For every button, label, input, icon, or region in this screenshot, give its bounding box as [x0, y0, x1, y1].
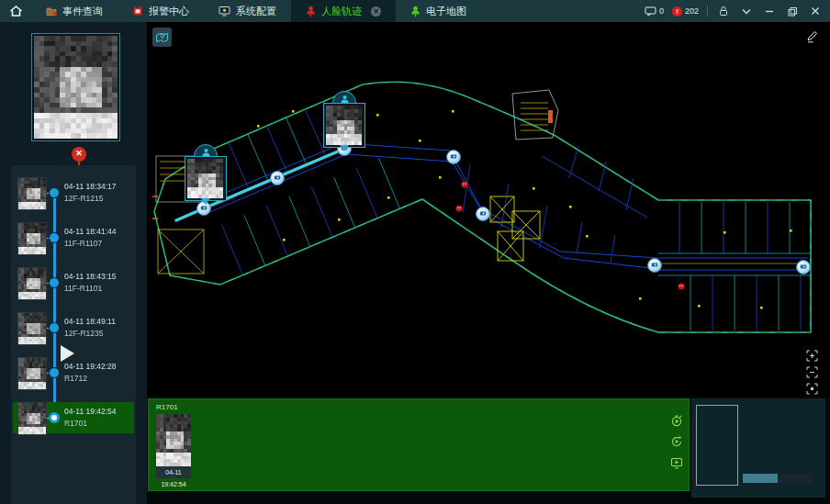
timeline-time: 04-11 18:34:17: [64, 182, 117, 191]
tab-label: 事件查询: [62, 5, 103, 18]
lock-icon[interactable]: [716, 4, 731, 18]
event-thumbnail[interactable]: 04-11 19:42:54: [156, 414, 191, 478]
map-face-popup[interactable]: [185, 156, 227, 201]
tab-0[interactable]: 事件查询: [31, 0, 118, 22]
timeline-node[interactable]: [49, 187, 60, 198]
edit-pencil-icon[interactable]: [805, 29, 819, 43]
map-layers-button[interactable]: [152, 28, 172, 47]
timeline-time: 04-11 19:42:54: [64, 407, 117, 416]
timed-play-icon[interactable]: [670, 414, 683, 427]
timeline-time: 04-11 18:49:11: [64, 317, 116, 326]
tab-label: 报警中心: [149, 5, 189, 18]
window-controls: 0 ! 202: [645, 4, 830, 18]
popup-pointer: [201, 198, 210, 209]
event-detail-panel: R1701 04-11 19:42:54: [148, 398, 690, 491]
timeline-location: R1712: [64, 374, 87, 383]
timeline-node[interactable]: [49, 367, 60, 378]
map-pin-icon: [155, 30, 169, 44]
divider: [707, 6, 708, 17]
timeline-time: 04-11 19:42:28: [64, 362, 117, 371]
zoom-in-button[interactable]: [805, 349, 819, 363]
stairwell-top: [512, 90, 558, 140]
monitor-icon: [219, 6, 230, 17]
camera-marker[interactable]: [271, 172, 285, 185]
message-icon: [645, 6, 656, 17]
progress-fill: [743, 474, 778, 483]
timeline-location: R1701: [64, 419, 87, 428]
timeline-thumbnail[interactable]: [17, 222, 47, 255]
playback-tools: [670, 414, 683, 469]
tab-1[interactable]: 报警中心: [118, 0, 204, 22]
alarm-mask-icon[interactable]: [678, 283, 684, 289]
timeline-time: 04-11 18:41:44: [64, 227, 117, 236]
camera-marker[interactable]: [477, 207, 490, 221]
app-window: 事件查询报警中心系统配置人脸轨迹✕电子地图 0 ! 202: [0, 0, 830, 504]
tab-4[interactable]: 电子地图: [396, 0, 481, 22]
person-pin-green-icon: [410, 6, 421, 17]
event-time-chip: 04-11 19:42:54: [156, 466, 191, 478]
preview-placeholder: [696, 405, 738, 486]
timeline-location: 12F-R1215: [64, 194, 104, 203]
timeline-location: 11F-R1101: [64, 284, 102, 293]
replay-icon[interactable]: [670, 435, 683, 448]
trajectory-timeline: 04-11 18:34:1712F-R121504-11 18:41:4411F…: [11, 165, 136, 504]
timeline-thumbnail[interactable]: [17, 402, 47, 435]
message-count: 0: [659, 6, 664, 16]
person-pin-red-icon: [306, 6, 316, 17]
tab-label: 电子地图: [426, 5, 466, 18]
preview-panel: [691, 398, 825, 498]
camera-marker[interactable]: [648, 259, 662, 273]
popup-pointer: [340, 145, 349, 156]
timeline-location: 12F-R1235: [64, 329, 104, 338]
video-play-icon[interactable]: [670, 456, 683, 469]
sidebar: ✕ 04-11 18:34:1712F-R121504-11 18:41:441…: [0, 22, 147, 504]
zoom-out-button[interactable]: [805, 365, 819, 379]
timeline-line: [53, 193, 56, 418]
tab-3[interactable]: 人脸轨迹✕: [291, 0, 396, 22]
timeline-thumbnail[interactable]: [17, 357, 47, 390]
chevron-down-icon[interactable]: [739, 4, 754, 18]
alarm-icon: [132, 6, 143, 17]
tab-label: 人脸轨迹: [321, 5, 362, 18]
map-area[interactable]: [147, 22, 830, 397]
timeline-node[interactable]: [49, 277, 60, 288]
timeline-location: 11F-R1107: [64, 239, 102, 248]
timeline-time: 04-11 18:43:15: [64, 272, 117, 281]
top-bar: 事件查询报警中心系统配置人脸轨迹✕电子地图 0 ! 202: [0, 0, 830, 22]
timeline-thumbnail[interactable]: [17, 312, 47, 345]
close-button[interactable]: [808, 4, 823, 18]
tab-2[interactable]: 系统配置: [204, 0, 291, 22]
home-icon: [9, 5, 23, 17]
tab-close-icon[interactable]: ✕: [371, 6, 381, 17]
floor-plan[interactable]: [147, 22, 830, 397]
alert-counter[interactable]: ! 202: [672, 6, 699, 17]
minimize-button[interactable]: [762, 4, 777, 18]
tab-label: 系统配置: [236, 5, 276, 18]
message-counter[interactable]: 0: [645, 6, 664, 17]
timeline-thumbnail[interactable]: [17, 177, 47, 210]
tab-bar: 事件查询报警中心系统配置人脸轨迹✕电子地图: [31, 0, 481, 22]
timeline-thumbnail[interactable]: [17, 267, 47, 300]
alarm-mask-icon[interactable]: [455, 205, 462, 211]
folder-icon: [46, 6, 57, 17]
reset-view-button[interactable]: [805, 382, 819, 396]
timeline-node[interactable]: [49, 322, 60, 333]
home-button[interactable]: [0, 0, 31, 22]
elevator-core: [490, 196, 540, 261]
map-face-popup[interactable]: [323, 103, 365, 148]
restore-button[interactable]: [785, 4, 800, 18]
map-zoom-controls: [805, 349, 819, 396]
camera-marker[interactable]: [797, 261, 811, 274]
timeline-node[interactable]: [49, 232, 60, 243]
alarm-mask-icon[interactable]: [461, 181, 467, 187]
remove-query-button[interactable]: ✕: [72, 147, 86, 162]
alert-count: 202: [685, 6, 699, 16]
query-face-photo: [31, 33, 120, 141]
timeline-node[interactable]: [49, 412, 60, 423]
event-location-label: R1701: [156, 403, 178, 411]
play-trajectory-button[interactable]: [61, 345, 74, 362]
alert-icon: !: [672, 6, 682, 17]
camera-marker[interactable]: [447, 151, 461, 164]
progress-bar[interactable]: [743, 474, 812, 483]
